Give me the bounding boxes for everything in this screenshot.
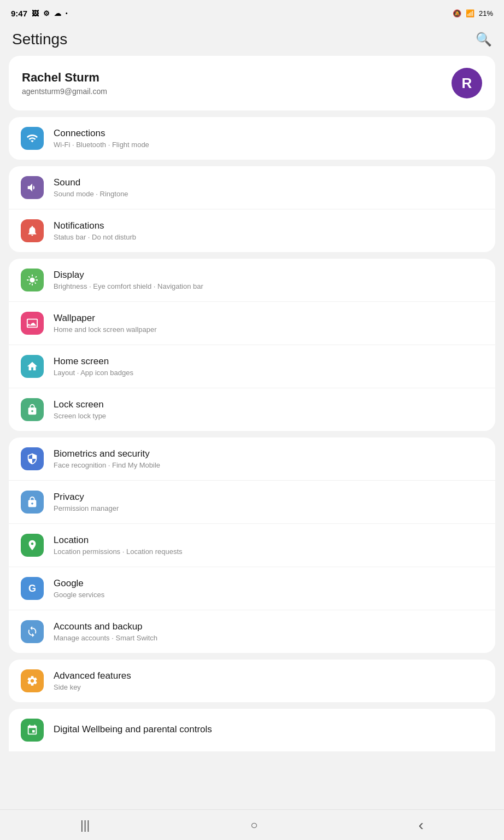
notifications-text: Notifications Status bar · Do not distur… <box>54 220 136 241</box>
wallpaper-subtitle: Home and lock screen wallpaper <box>54 325 157 334</box>
biometrics-icon <box>21 447 44 470</box>
lockscreen-text: Lock screen Screen lock type <box>54 399 106 420</box>
accounts-text: Accounts and backup Manage accounts · Sm… <box>54 621 157 642</box>
accounts-title: Accounts and backup <box>54 621 157 632</box>
connections-icon <box>21 127 44 150</box>
cloud-icon: ☁ <box>54 9 61 18</box>
profile-info: Rachel Sturm agentsturm9@gmail.com <box>22 71 107 96</box>
page-title: Settings <box>12 31 67 48</box>
notifications-icon <box>21 219 44 242</box>
digital-section-partial: Digital Wellbeing and parental controls <box>9 709 495 751</box>
advanced-text: Advanced features Side key <box>54 670 131 691</box>
advanced-item[interactable]: Advanced features Side key <box>9 660 495 702</box>
privacy-subtitle: Permission manager <box>54 504 119 512</box>
notifications-title: Notifications <box>54 220 136 231</box>
biometrics-item[interactable]: Biometrics and security Face recognition… <box>9 438 495 481</box>
connections-subtitle: Wi-Fi · Bluetooth · Flight mode <box>54 141 149 149</box>
google-item[interactable]: G Google Google services <box>9 567 495 610</box>
photo-icon: 🖼 <box>32 9 39 18</box>
wifi-icon: 📶 <box>466 9 474 18</box>
nav-back-button[interactable]: ‹ <box>402 811 440 839</box>
notifications-subtitle: Status bar · Do not disturb <box>54 233 136 241</box>
advanced-icon <box>21 669 44 692</box>
connections-section: Connections Wi-Fi · Bluetooth · Flight m… <box>9 117 495 160</box>
wallpaper-icon <box>21 312 44 335</box>
nav-home-button[interactable]: ○ <box>234 813 274 838</box>
homescreen-subtitle: Layout · App icon badges <box>54 369 133 377</box>
advanced-section: Advanced features Side key <box>9 660 495 702</box>
display-icon <box>21 269 44 291</box>
lockscreen-icon <box>21 398 44 421</box>
status-left: 9:47 🖼 ⚙ ☁ • <box>11 9 68 18</box>
status-time: 9:47 <box>11 9 27 18</box>
status-bar: 9:47 🖼 ⚙ ☁ • 🔕 📶 21% <box>0 0 504 24</box>
location-item[interactable]: Location Location permissions · Location… <box>9 524 495 567</box>
google-text: Google Google services <box>54 578 104 599</box>
privacy-text: Privacy Permission manager <box>54 492 119 512</box>
advanced-subtitle: Side key <box>54 683 131 691</box>
display-title: Display <box>54 270 203 281</box>
location-text: Location Location permissions · Location… <box>54 535 183 556</box>
sound-subtitle: Sound mode · Ringtone <box>54 190 128 198</box>
display-section: Display Brightness · Eye comfort shield … <box>9 259 495 431</box>
status-right: 🔕 📶 21% <box>453 9 493 18</box>
sound-text: Sound Sound mode · Ringtone <box>54 177 128 198</box>
nav-bar: ||| ○ ‹ <box>0 809 504 840</box>
privacy-item[interactable]: Privacy Permission manager <box>9 481 495 524</box>
homescreen-title: Home screen <box>54 356 133 367</box>
connections-text: Connections Wi-Fi · Bluetooth · Flight m… <box>54 128 149 149</box>
accounts-item[interactable]: Accounts and backup Manage accounts · Sm… <box>9 610 495 653</box>
accounts-icon <box>21 620 44 643</box>
digital-text: Digital Wellbeing and parental controls <box>54 724 212 737</box>
display-subtitle: Brightness · Eye comfort shield · Naviga… <box>54 282 203 290</box>
biometrics-text: Biometrics and security Face recognition… <box>54 448 160 469</box>
security-section: Biometrics and security Face recognition… <box>9 438 495 653</box>
sound-item[interactable]: Sound Sound mode · Ringtone <box>9 166 495 209</box>
accounts-subtitle: Manage accounts · Smart Switch <box>54 634 157 642</box>
profile-name: Rachel Sturm <box>22 71 107 85</box>
header: Settings 🔍 <box>0 24 504 56</box>
digital-icon <box>21 719 44 742</box>
wallpaper-item[interactable]: Wallpaper Home and lock screen wallpaper <box>9 302 495 345</box>
wallpaper-text: Wallpaper Home and lock screen wallpaper <box>54 313 157 334</box>
privacy-title: Privacy <box>54 492 119 503</box>
advanced-title: Advanced features <box>54 670 131 681</box>
biometrics-subtitle: Face recognition · Find My Mobile <box>54 461 160 469</box>
digital-title: Digital Wellbeing and parental controls <box>54 724 212 735</box>
lockscreen-item[interactable]: Lock screen Screen lock type <box>9 388 495 431</box>
biometrics-title: Biometrics and security <box>54 448 160 459</box>
profile-card[interactable]: Rachel Sturm agentsturm9@gmail.com R <box>9 56 495 110</box>
dot-icon: • <box>66 10 68 16</box>
display-item[interactable]: Display Brightness · Eye comfort shield … <box>9 259 495 302</box>
sound-icon <box>21 176 44 199</box>
display-text: Display Brightness · Eye comfort shield … <box>54 270 203 290</box>
lockscreen-title: Lock screen <box>54 399 106 410</box>
location-subtitle: Location permissions · Location requests <box>54 547 183 556</box>
sound-notifications-section: Sound Sound mode · Ringtone Notification… <box>9 166 495 252</box>
privacy-icon <box>21 491 44 514</box>
mute-icon: 🔕 <box>453 9 461 18</box>
settings-status-icon: ⚙ <box>43 9 50 18</box>
notifications-item[interactable]: Notifications Status bar · Do not distur… <box>9 209 495 252</box>
nav-menu-button[interactable]: ||| <box>64 813 106 838</box>
location-icon <box>21 534 44 557</box>
google-icon: G <box>21 577 44 600</box>
digital-item[interactable]: Digital Wellbeing and parental controls <box>9 709 495 751</box>
location-title: Location <box>54 535 183 546</box>
connections-title: Connections <box>54 128 149 139</box>
battery-text: 21% <box>479 9 493 18</box>
homescreen-icon <box>21 355 44 378</box>
profile-email: agentsturm9@gmail.com <box>22 87 107 96</box>
lockscreen-subtitle: Screen lock type <box>54 412 106 420</box>
connections-item[interactable]: Connections Wi-Fi · Bluetooth · Flight m… <box>9 117 495 160</box>
homescreen-item[interactable]: Home screen Layout · App icon badges <box>9 345 495 388</box>
google-subtitle: Google services <box>54 591 104 599</box>
sound-title: Sound <box>54 177 128 188</box>
avatar: R <box>452 68 482 98</box>
google-title: Google <box>54 578 104 589</box>
homescreen-text: Home screen Layout · App icon badges <box>54 356 133 377</box>
wallpaper-title: Wallpaper <box>54 313 157 324</box>
search-button[interactable]: 🔍 <box>476 32 492 47</box>
